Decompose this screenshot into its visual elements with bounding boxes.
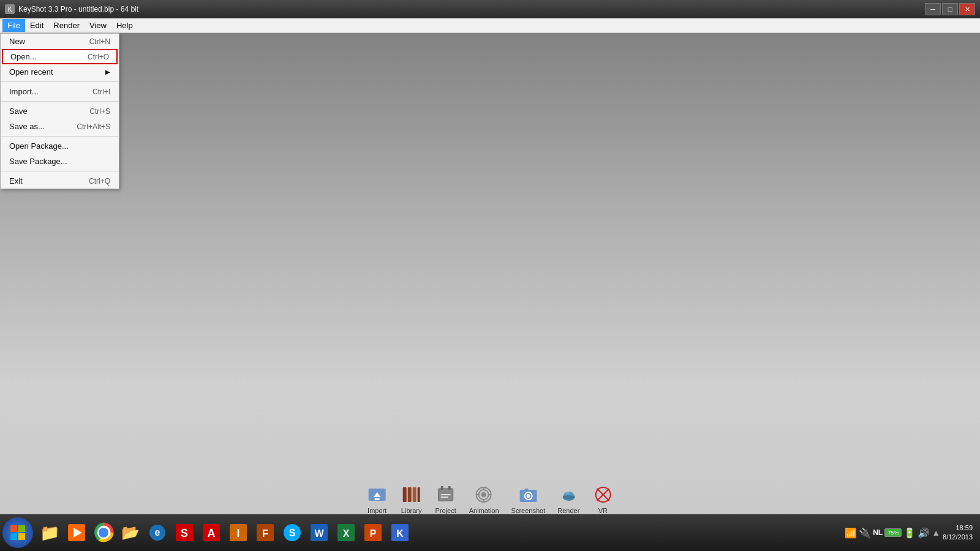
svg-point-21 [526, 494, 530, 498]
taskbar-keyshot[interactable]: K [387, 520, 413, 545]
animation-icon [473, 484, 495, 506]
toolbar-screenshot-button[interactable]: Screenshot [505, 484, 552, 514]
toolbar-project-button[interactable]: Project [429, 484, 463, 514]
taskbar-media[interactable] [64, 520, 89, 545]
taskbar-acrobat[interactable]: A [198, 520, 224, 545]
menu-item-open-package[interactable]: Open Package... [1, 138, 119, 154]
menu-item-open-recent[interactable]: Open recent ▶ [1, 64, 119, 80]
menu-item-import[interactable]: Import... Ctrl+I [1, 84, 119, 99]
file-dropdown: New Ctrl+N Open... Ctrl+O Open recent ▶ … [0, 33, 119, 189]
clock-date: 8/12/2013 [943, 533, 973, 542]
network-icon: 🔌 [859, 527, 871, 539]
system-tray: 📶 🔌 NL 75% 🔋 🔊 ▲ 18:59 8/12/2013 [845, 523, 978, 542]
taskbar-excel[interactable]: X [333, 520, 359, 545]
menu-item-open-recent-label: Open recent [9, 67, 53, 77]
menu-item-exit-shortcut: Ctrl+Q [89, 177, 110, 186]
svg-text:K: K [396, 528, 404, 539]
toolbar-import-button[interactable]: Import [360, 484, 394, 514]
close-button[interactable]: ✕ [959, 3, 975, 15]
taskbar-solidworks[interactable]: S [172, 520, 197, 545]
taskbar-chrome[interactable] [91, 520, 116, 545]
svg-point-38 [100, 529, 107, 536]
svg-rect-8 [441, 486, 443, 490]
menu-item-new[interactable]: New Ctrl+N [1, 34, 119, 49]
taskbar-ie[interactable]: e [145, 520, 170, 545]
power-icon: 🔋 [903, 527, 916, 539]
signal-icon: 📶 [845, 527, 857, 539]
project-icon [435, 484, 457, 506]
submenu-arrow-icon: ▶ [105, 69, 110, 75]
svg-text:I: I [236, 527, 239, 539]
separator-2 [1, 101, 119, 102]
toolbar-screenshot-label: Screenshot [511, 507, 546, 514]
taskbar-explorer[interactable]: 📁 [37, 520, 62, 545]
import-icon [366, 484, 388, 506]
volume-icon: 🔊 [918, 527, 930, 539]
battery-level: 75% [888, 530, 899, 536]
menu-render[interactable]: Render [48, 19, 85, 32]
title-bar-left: K KeyShot 3.3 Pro - untitled.bip - 64 bi… [5, 4, 138, 14]
svg-text:P: P [370, 528, 377, 539]
taskbar: 📁 📂 e S A [0, 514, 980, 551]
menu-item-save-package[interactable]: Save Package... [1, 154, 119, 169]
taskbar-folder[interactable]: 📂 [118, 520, 143, 545]
menu-view[interactable]: View [85, 19, 111, 32]
menu-item-exit[interactable]: Exit Ctrl+Q [1, 173, 119, 189]
toolbar-project-label: Project [435, 507, 456, 514]
taskbar-app1[interactable]: I [225, 520, 251, 545]
svg-text:e: e [155, 527, 160, 538]
menu-help[interactable]: Help [111, 19, 138, 32]
svg-rect-31 [18, 525, 25, 532]
svg-text:F: F [262, 528, 268, 539]
svg-text:A: A [208, 527, 216, 539]
expand-tray-icon[interactable]: ▲ [932, 528, 940, 538]
menu-item-save-shortcut: Ctrl+S [89, 107, 110, 116]
svg-rect-6 [418, 487, 420, 502]
minimize-button[interactable]: ─ [925, 3, 941, 15]
menu-item-save-as-shortcut: Ctrl+Alt+S [77, 122, 110, 131]
svg-text:W: W [314, 528, 324, 539]
tray-icons: 📶 🔌 NL 75% 🔋 🔊 ▲ [845, 527, 940, 539]
svg-point-26 [562, 495, 575, 499]
separator-4 [1, 171, 119, 171]
menu-item-save-as-label: Save as... [9, 122, 45, 131]
svg-text:S: S [289, 528, 296, 538]
svg-point-14 [481, 492, 486, 497]
taskbar-app2[interactable]: F [252, 520, 278, 545]
menu-item-save-label: Save [9, 107, 28, 116]
taskbar-word[interactable]: W [306, 520, 332, 545]
menu-item-new-shortcut: Ctrl+N [89, 37, 110, 46]
screenshot-icon [517, 484, 539, 506]
menu-item-save-as[interactable]: Save as... Ctrl+Alt+S [1, 119, 119, 134]
main-content [0, 33, 980, 514]
toolbar-animation-label: Animation [469, 507, 499, 514]
menu-item-open-shortcut: Ctrl+O [88, 53, 109, 61]
toolbar-animation-button[interactable]: Animation [463, 484, 505, 514]
svg-text:S: S [181, 527, 188, 539]
menu-item-exit-label: Exit [9, 176, 23, 186]
svg-text:X: X [343, 528, 350, 539]
start-button[interactable] [2, 517, 33, 548]
toolbar-vr-button[interactable]: VR [586, 484, 620, 514]
toolbar-library-label: Library [401, 507, 422, 514]
toolbar-vr-label: VR [598, 507, 608, 514]
maximize-button[interactable]: □ [942, 3, 958, 15]
svg-rect-5 [413, 487, 417, 502]
separator-3 [1, 136, 119, 137]
toolbar-render-button[interactable]: Render [551, 484, 586, 514]
menu-item-open-package-label: Open Package... [9, 141, 69, 151]
menu-file[interactable]: File [2, 19, 25, 32]
taskbar-skype[interactable]: S [279, 520, 305, 545]
battery-indicator: 75% [884, 528, 902, 537]
separator-1 [1, 81, 119, 82]
toolbar-library-button[interactable]: Library [394, 484, 429, 514]
taskbar-ppt[interactable]: P [360, 520, 386, 545]
title-bar: K KeyShot 3.3 Pro - untitled.bip - 64 bi… [0, 0, 980, 18]
menu-item-save[interactable]: Save Ctrl+S [1, 103, 119, 119]
menu-edit[interactable]: Edit [25, 19, 48, 32]
svg-rect-4 [408, 487, 412, 502]
menu-item-import-shortcut: Ctrl+I [92, 88, 110, 96]
menu-item-open[interactable]: Open... Ctrl+O [2, 49, 118, 64]
svg-rect-9 [448, 486, 451, 490]
menu-item-new-label: New [9, 37, 25, 46]
